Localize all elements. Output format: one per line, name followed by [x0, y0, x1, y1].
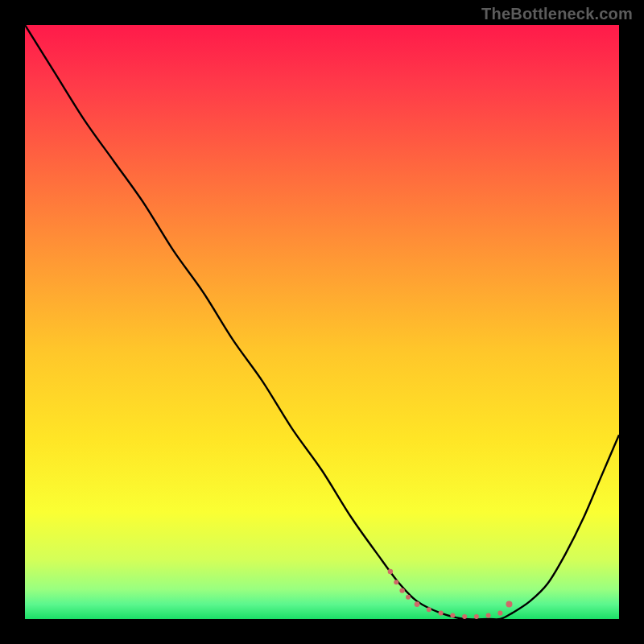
chart-marker [415, 601, 420, 607]
chart-marker [486, 613, 491, 618]
chart-marker [427, 607, 431, 612]
chart-plot-area [25, 25, 619, 619]
chart-marker [399, 588, 404, 592]
watermark-text: TheBottleneck.com [481, 5, 633, 23]
chart-background [25, 25, 619, 619]
chart-marker [388, 569, 393, 574]
chart-frame: TheBottleneck.com [0, 0, 644, 644]
chart-marker [506, 601, 512, 608]
chart-marker [474, 614, 479, 619]
chart-svg [25, 25, 619, 619]
chart-marker [450, 613, 455, 618]
chart-marker [406, 595, 411, 600]
chart-marker [439, 611, 444, 616]
chart-marker [394, 580, 398, 584]
chart-marker [462, 614, 467, 619]
chart-marker [497, 611, 502, 616]
